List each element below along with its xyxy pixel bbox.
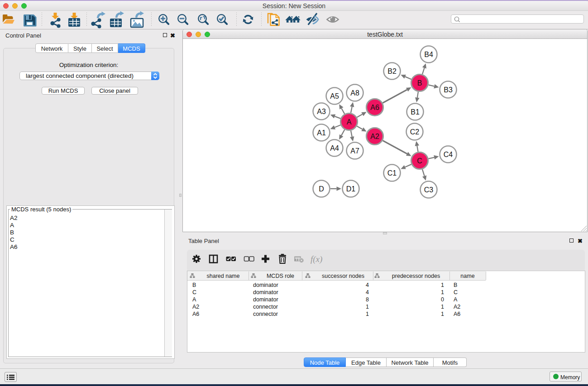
svg-text:B3: B3 bbox=[444, 86, 453, 94]
svg-text:A4: A4 bbox=[330, 144, 339, 152]
svg-text:C4: C4 bbox=[444, 151, 453, 158]
svg-text:D1: D1 bbox=[346, 185, 356, 193]
svg-text:A6: A6 bbox=[370, 104, 379, 111]
svg-text:A: A bbox=[347, 118, 352, 126]
svg-text:B1: B1 bbox=[411, 108, 420, 116]
svg-text:C3: C3 bbox=[424, 186, 434, 194]
svg-text:A3: A3 bbox=[317, 108, 326, 115]
svg-text:B4: B4 bbox=[424, 51, 433, 58]
svg-text:A5: A5 bbox=[330, 92, 339, 100]
svg-text:C2: C2 bbox=[410, 128, 420, 136]
svg-text:A8: A8 bbox=[350, 89, 359, 97]
svg-text:C: C bbox=[417, 157, 422, 165]
svg-text:f(x): f(x) bbox=[311, 254, 322, 264]
svg-text:A1: A1 bbox=[317, 129, 326, 137]
svg-text:B: B bbox=[417, 79, 422, 87]
svg-text:A7: A7 bbox=[350, 147, 359, 155]
svg-text:B2: B2 bbox=[387, 67, 397, 75]
svg-text:C1: C1 bbox=[387, 169, 397, 177]
svg-text:D: D bbox=[319, 185, 324, 193]
svg-text:A2: A2 bbox=[370, 133, 379, 140]
